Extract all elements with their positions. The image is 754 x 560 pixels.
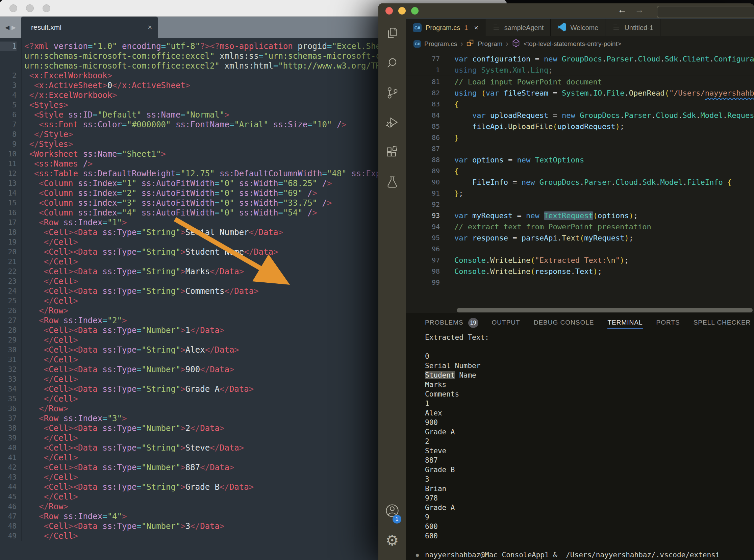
breadcrumb-symbol[interactable]: <top-level-statements-entry-point> [523, 40, 621, 47]
nav-back-icon[interactable]: ← [617, 5, 635, 15]
code-line: 1 [425, 399, 754, 408]
close-window-icon[interactable] [9, 4, 17, 12]
panel-tab-spell-checker[interactable]: SPELL CHECKER [694, 317, 751, 329]
namespace-cube-icon [512, 39, 520, 49]
tab-welcome[interactable]: Welcome [551, 19, 606, 36]
tab-label: Welcome [570, 24, 598, 32]
code-line: 93var myRequest = new TextRequest(option… [406, 210, 754, 221]
code-line: Serial Number [425, 361, 754, 371]
code-line: 90 FileInfo = new GroupDocs.Parser.Cloud… [406, 177, 754, 188]
tab-label: sampleAgent [504, 24, 544, 32]
problems-count-badge: 19 [468, 318, 478, 328]
code-line: Extracted Text: [425, 333, 754, 342]
breadcrumb-file[interactable]: Program.cs [424, 40, 457, 47]
close-tab-icon[interactable]: × [147, 23, 152, 32]
source-control-icon[interactable] [378, 78, 406, 108]
code-line: ● nayyershahbaz@Mac ConsoleApp1 & /Users… [425, 550, 754, 560]
panel-tab-debug-console[interactable]: DEBUG CONSOLE [534, 317, 594, 329]
breadcrumb-class[interactable]: Program [478, 40, 502, 47]
code-line: 87 [406, 143, 754, 154]
tab-forward-icon[interactable]: ▶ [12, 24, 16, 31]
horizontal-scrollbar[interactable] [457, 308, 753, 313]
terminal-output[interactable]: Extracted Text:0Serial NumberStudent Nam… [425, 333, 754, 560]
csharp-file-icon: C# [413, 23, 422, 32]
panel-tab-problems[interactable]: PROBLEMS 19 [425, 317, 478, 329]
list-file-icon [492, 23, 500, 33]
class-symbol-icon [466, 39, 474, 48]
code-line: 900 [425, 418, 754, 427]
panel-tab-terminal[interactable]: TERMINAL [608, 317, 642, 329]
code-line: 88var options = new TextOptions [406, 154, 754, 165]
code-line: Brian [425, 484, 754, 494]
code-line: Student Name [425, 371, 754, 380]
test-beaker-icon[interactable] [378, 167, 406, 197]
extensions-icon[interactable] [378, 138, 406, 167]
vscode-traffic-lights[interactable] [385, 7, 419, 15]
account-icon[interactable]: 1 [378, 496, 406, 525]
code-line: 98Console.WriteLine(response.Text); [406, 266, 754, 277]
chevron-right-icon: › [460, 40, 463, 48]
vscode-window: ←→ [378, 3, 754, 560]
cs-code: 77var configuration = new GroupDocs.Pars… [406, 53, 754, 288]
tab-nav-buttons[interactable]: ◀ ▶ [0, 17, 21, 38]
code-line [425, 541, 754, 550]
explorer-icon[interactable] [378, 19, 406, 48]
tab-program-cs[interactable]: C# Program.cs 1 × [406, 19, 485, 36]
code-line: 9 [425, 513, 754, 522]
tab-result-xml[interactable]: result.xml × [21, 17, 158, 38]
code-line: 77var configuration = new GroupDocs.Pars… [406, 53, 754, 64]
code-line: 978 [425, 494, 754, 503]
left-traffic-lights[interactable] [9, 4, 50, 12]
code-line: Grade B [425, 465, 754, 475]
code-line: 81// Load input PowerPoint document [406, 76, 754, 87]
run-debug-icon[interactable] [378, 108, 406, 138]
code-line: 89{ [406, 165, 754, 177]
breadcrumb: C# Program.cs › Program › <top-level-sta… [406, 36, 754, 51]
code-line: 91}; [406, 188, 754, 199]
tab-back-icon[interactable]: ◀ [5, 24, 9, 31]
code-line: 600 [425, 531, 754, 541]
panel-tab-ports[interactable]: PORTS [656, 317, 680, 329]
csharp-file-icon: C# [414, 40, 421, 47]
code-line: Steve [425, 446, 754, 456]
nav-forward-icon[interactable]: → [635, 5, 652, 15]
code-line: 1using System.Xml.Linq; [406, 64, 754, 76]
close-tab-icon[interactable]: × [474, 24, 478, 32]
code-line: 85 fileApi.UploadFile(uploadRequest); [406, 121, 754, 132]
cs-editor[interactable]: 77var configuration = new GroupDocs.Pars… [406, 51, 754, 313]
vscode-titlebar[interactable]: ←→ [378, 3, 754, 19]
settings-gear-icon[interactable]: ⚙ [378, 525, 406, 555]
chevron-right-icon: › [506, 40, 508, 48]
close-window-icon[interactable] [385, 7, 393, 15]
code-line: 96 [406, 243, 754, 255]
code-line: 887 [425, 456, 754, 465]
zoom-window-icon[interactable] [43, 4, 50, 12]
minimize-window-icon[interactable] [398, 7, 406, 15]
zoom-window-icon[interactable] [411, 7, 419, 15]
code-line: 92 [406, 199, 754, 210]
code-line: Marks [425, 380, 754, 389]
tab-label: Untitled-1 [624, 24, 653, 32]
bottom-panel: PROBLEMS 19 OUTPUT DEBUG CONSOLE TERMINA… [406, 313, 754, 560]
screenshot-stage: ◀ ▶ result.xml × 1<?xml version="1.0" en… [0, 0, 754, 560]
code-line: 86} [406, 132, 754, 143]
tab-label: Program.cs [425, 24, 460, 32]
search-input[interactable] [657, 6, 754, 18]
account-badge: 1 [393, 515, 401, 523]
panel-tab-output[interactable]: OUTPUT [492, 317, 520, 329]
code-line: 83{ [406, 99, 754, 110]
vscode-logo-icon [557, 22, 566, 34]
code-line: 2 [425, 437, 754, 446]
code-line: 3 [425, 475, 754, 484]
code-line: Grade A [425, 427, 754, 437]
search-icon[interactable] [378, 48, 406, 78]
command-center-search[interactable] [657, 6, 754, 18]
tab-sampleagent[interactable]: sampleAgent [485, 19, 551, 36]
activity-bar: 1 ⚙ [378, 19, 406, 560]
tab-untitled-1[interactable]: Untitled-1 [606, 19, 660, 36]
code-line: 84 var uploadRequest = new GroupDocs.Par… [406, 110, 754, 121]
code-line: Grade A [425, 503, 754, 513]
code-line: 97Console.WriteLine("Extracted Text:\n")… [406, 255, 754, 266]
minimize-window-icon[interactable] [26, 4, 34, 12]
editor-tabs: C# Program.cs 1 × sampleAgent Welcome [406, 19, 754, 36]
